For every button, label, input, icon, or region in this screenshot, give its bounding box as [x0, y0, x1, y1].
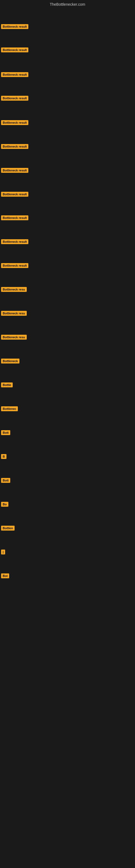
bottleneck-badge-4: Bottleneck result [1, 96, 28, 101]
bottleneck-badge-7: Bottleneck result [1, 168, 28, 173]
bottleneck-badge-22: Bottlen [1, 526, 14, 531]
bottleneck-badge-11: Bottleneck result [1, 263, 28, 268]
bottleneck-badge-1: Bottleneck result [1, 24, 28, 29]
bottleneck-badge-18: Bott [1, 430, 10, 435]
bottleneck-badge-10: Bottleneck result [1, 239, 28, 244]
bottleneck-badge-12: Bottleneck resu [1, 287, 27, 292]
bottleneck-badge-17: Bottlenec [1, 406, 18, 411]
bottleneck-badge-16: Bottle [1, 382, 13, 388]
bottleneck-badge-3: Bottleneck result [1, 72, 28, 77]
bottleneck-badge-6: Bottleneck result [1, 144, 28, 149]
bottleneck-badge-19: B [1, 454, 6, 459]
bottleneck-badge-14: Bottleneck resu [1, 335, 27, 340]
bottleneck-badge-24: Bot [1, 574, 9, 578]
site-title: TheBottlenecker.com [0, 0, 135, 9]
bottleneck-badge-21: Bo [1, 502, 8, 507]
bottleneck-badge-23: | [1, 550, 5, 554]
bottleneck-badge-2: Bottleneck result [1, 48, 28, 52]
bottleneck-badge-15: Bottleneck [1, 359, 19, 364]
bottleneck-badge-9: Bottleneck result [1, 215, 28, 220]
bottleneck-badge-20: Bott [1, 478, 10, 483]
badges-container: Bottleneck resultBottleneck resultBottle… [0, 9, 135, 868]
bottleneck-badge-8: Bottleneck result [1, 192, 28, 197]
bottleneck-badge-13: Bottleneck resu [1, 311, 27, 316]
bottleneck-badge-5: Bottleneck result [1, 120, 28, 125]
